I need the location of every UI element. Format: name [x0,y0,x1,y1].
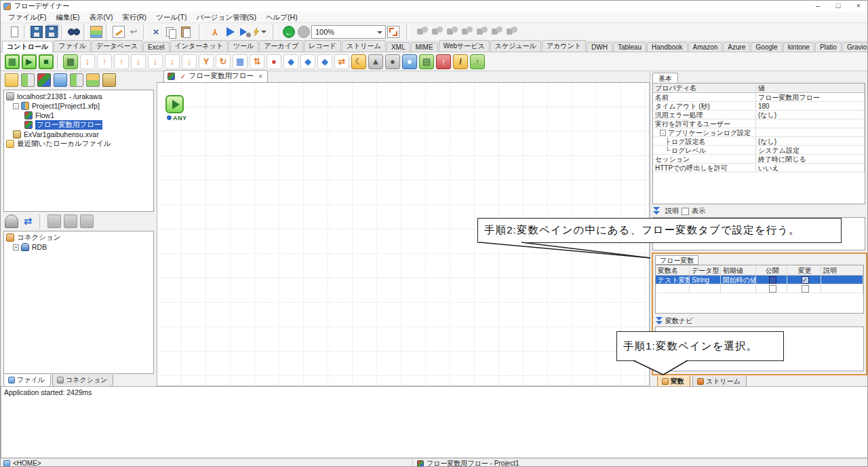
property-row-error-handling[interactable]: 汎用エラー処理(なし) [653,111,865,119]
collapse-icon[interactable]: - [660,130,666,136]
property-row-timeout[interactable]: タイムアウト (秒)180 [653,102,865,111]
category-tab-handbook[interactable]: Handbook [647,42,688,52]
category-tab-excel[interactable]: Excel [143,42,169,52]
palette-columns-icon[interactable]: ⇅ [250,54,264,69]
tab-basic[interactable]: 基本 [652,73,678,83]
tree-item-rdb[interactable]: + RDB [4,242,153,252]
palette-edit-icon[interactable]: / [453,54,468,69]
property-row-session[interactable]: セッション終了時に閉じる [653,155,865,164]
menu-version-control[interactable]: バージョン管理(S) [191,12,260,22]
category-tab-webservice[interactable]: Webサービス [439,40,490,52]
palette-grid-icon[interactable]: ▦ [63,54,78,69]
property-row-allowed-users[interactable]: 実行を許可するユーザー [653,119,865,128]
palette-upload-icon[interactable]: ↑ [436,54,451,69]
debug-run-button[interactable] [237,24,252,39]
layout-pane-button-6[interactable] [490,24,505,39]
layout-pane-button-3[interactable] [445,24,460,39]
stamp-icon[interactable] [102,73,116,87]
property-row-log-level[interactable]: └ログレベル システム設定 [653,146,865,155]
tree-item-connection-root[interactable]: コネクション [4,233,153,242]
layout-pane-button-4[interactable] [460,24,475,39]
save-all-button[interactable] [44,24,59,39]
category-tab-google[interactable]: Google [751,42,782,52]
tree-item-flow-variable-flow[interactable]: フロー変数用フロー [4,120,153,130]
change-checkbox[interactable] [802,276,809,284]
layout-pane-button-7[interactable] [505,24,519,39]
palette-loop-icon[interactable]: ↻ [216,54,231,69]
palette-select-icon[interactable]: ▦ [5,54,20,69]
change-checkbox[interactable] [802,285,809,293]
category-tab-control[interactable]: コントロール [2,41,53,52]
variable-row-test-variable[interactable]: テスト変数 String 開始時の値 [656,276,863,284]
category-tab-schedule[interactable]: スケジュール [490,40,541,52]
options-button[interactable] [89,24,104,39]
maximize-button[interactable]: □ [828,1,848,12]
connection-action-icon-3[interactable] [80,214,94,228]
palette-merge-icon[interactable]: Y [199,54,214,69]
layout-pane-button-5[interactable] [475,24,490,39]
category-tab-internet[interactable]: インターネット [170,40,228,52]
connection-action-icon-1[interactable] [47,214,61,228]
category-tab-tools[interactable]: ツール [229,40,258,52]
run-options-button[interactable] [252,24,267,39]
menu-edit[interactable]: 編集(E) [51,12,84,22]
category-tab-xml[interactable]: XML [387,42,410,52]
category-tab-file[interactable]: ファイル [54,40,91,52]
revert-button[interactable]: ↩ [126,24,141,39]
palette-globe-icon[interactable]: ● [402,54,417,69]
collapse-chevron-icon[interactable] [655,317,663,325]
category-tab-platio[interactable]: Platio [815,42,842,52]
palette-branch3-icon[interactable]: ◆ [317,54,332,69]
log-area[interactable]: Application started: 2429ms [1,386,868,458]
pane-layout-icon[interactable] [70,73,83,87]
palette-export-icon[interactable]: ↑ [470,54,485,69]
palette-stop-icon[interactable]: ■ [39,54,54,69]
schedule-icon[interactable] [86,73,100,87]
close-button[interactable]: × [848,1,868,12]
tree-item-server[interactable]: localhost:21381 - /urakawa [4,92,153,101]
new-flow-tree-icon[interactable] [37,73,51,87]
property-row-name[interactable]: 名前フロー変数用フロー [653,93,865,102]
palette-robot-icon[interactable]: ▲ [368,54,383,69]
connection-action-icon-2[interactable] [64,214,77,228]
category-tab-tableau[interactable]: Tableau [613,42,646,52]
palette-arrow-up-icon[interactable]: ↕ [80,54,95,69]
palette-wait-icon[interactable]: ☾ [351,54,366,69]
tree-item-flow1[interactable]: Flow1 [4,111,153,120]
palette-arrow-updown-icon[interactable]: ↕ [165,54,180,69]
tree-item-project[interactable]: - Project1[Project1.xfp] [4,101,153,111]
delete-button[interactable]: × [149,24,163,39]
close-tab-icon[interactable]: × [258,72,262,80]
category-tab-azure[interactable]: Azure [723,42,750,52]
palette-branch-icon[interactable]: ◆ [283,54,298,69]
stop-button[interactable] [296,24,311,39]
expand-icon[interactable]: + [13,244,19,250]
palette-ab-up-icon[interactable]: ↑ [114,54,129,69]
save-button[interactable] [29,24,44,39]
compile-button[interactable]: Y [208,24,222,39]
menu-help[interactable]: ヘルプ(H) [261,12,302,22]
navigate-back-button[interactable]: ← [281,24,296,39]
search-button[interactable] [66,24,81,39]
tree-item-exvar[interactable]: ExVar1gaibuhensu.xvar [4,130,153,139]
palette-joystick-icon[interactable]: ● [385,54,400,69]
palette-table-icon[interactable]: ▦ [233,54,248,69]
category-tab-dwh[interactable]: DWH [587,42,612,52]
public-checkbox[interactable] [769,285,776,293]
category-tab-archive[interactable]: アーカイブ [259,40,303,52]
category-tab-database[interactable]: データベース [92,40,142,52]
variable-row-empty[interactable] [656,284,863,293]
robot-icon[interactable] [5,214,18,228]
palette-arrow-down2-icon[interactable]: ↓ [148,54,163,69]
palette-branch2-icon[interactable]: ◆ [300,54,315,69]
palette-swap-icon[interactable]: ⇄ [334,54,349,69]
new-project-icon[interactable] [21,73,35,87]
category-tab-kintone[interactable]: kintone [783,42,814,52]
layout-pane-button-1[interactable] [415,24,430,39]
copy-button[interactable] [163,24,178,39]
property-row-http-call[interactable]: HTTPでの呼出しを許可いいえ [653,164,865,172]
palette-arrow-down3-icon[interactable]: ↓ [182,54,197,69]
property-row-log-setting-name[interactable]: ├ログ設定名 (なし) [653,137,865,146]
menu-view[interactable]: 表示(V) [84,12,117,22]
fit-window-button[interactable] [386,24,401,39]
